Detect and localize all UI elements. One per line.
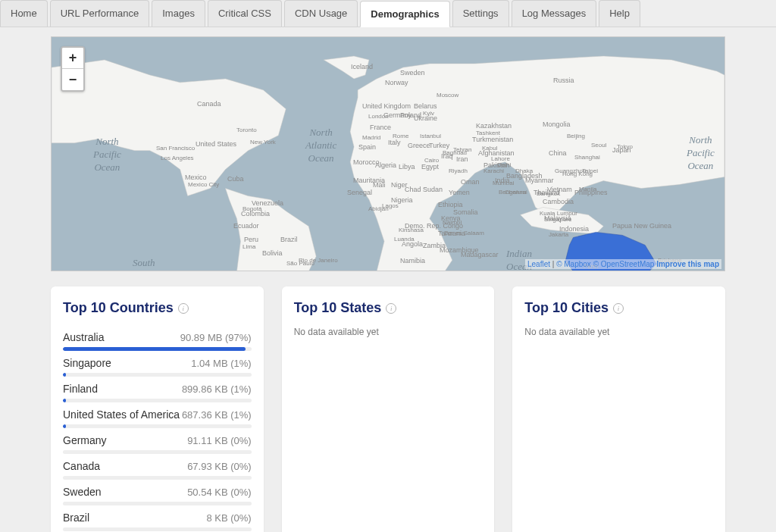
tab-cdn-usage[interactable]: CDN Usage <box>284 0 358 27</box>
country-row: Germany91.11 KB (0%) <box>63 430 252 455</box>
map-country-label: China <box>549 149 567 157</box>
progress-bar <box>63 450 252 454</box>
progress-bar <box>63 476 252 480</box>
map-country-label: Ethiopia <box>438 201 463 208</box>
map-city-label: London <box>368 113 389 120</box>
map-city-label: Moscow <box>436 92 458 99</box>
map-country-label: Mali <box>373 181 386 189</box>
map-city-label: Mumbai <box>493 180 514 186</box>
map-city-label: Abidjan <box>368 205 389 212</box>
tab-demographics[interactable]: Demographics <box>360 1 449 27</box>
mapbox-link[interactable]: © Mapbox <box>556 260 591 268</box>
map-country-label: Belarus <box>414 102 437 110</box>
zoom-in-button[interactable]: + <box>62 48 83 69</box>
map-country-label: United Kingdom <box>362 102 411 110</box>
progress-bar <box>63 347 252 351</box>
ocean-label: NorthPacificOcean <box>687 134 715 173</box>
tab-url-performance[interactable]: URL Performance <box>50 0 150 27</box>
map-country-label: Spain <box>358 143 376 151</box>
tab-log-messages[interactable]: Log Messages <box>512 0 597 27</box>
osm-link[interactable]: © OpenStreetMap <box>593 260 655 268</box>
progress-fill <box>63 347 246 351</box>
map-city-label: Dar es Salaam <box>444 230 484 236</box>
map-country-label: Egypt <box>421 163 439 171</box>
map-country-label: Oman <box>461 178 480 186</box>
country-row: United States of America687.36 KB (1%) <box>63 404 252 430</box>
map-country-label: Turkey <box>429 142 449 149</box>
zoom-out-button[interactable]: − <box>62 69 83 90</box>
progress-bar <box>63 424 252 428</box>
country-stat: 8 KB (0%) <box>206 512 251 524</box>
country-stat: 899.86 KB (1%) <box>182 383 252 395</box>
country-row: Brazil8 KB (0%) <box>63 507 252 532</box>
map-country-label: Iceland <box>351 63 373 70</box>
map-city-label: Baghdad <box>443 149 467 156</box>
map-city-label: New York <box>250 139 276 146</box>
card-title-states: Top 10 States i <box>294 300 483 316</box>
country-row: Sweden50.54 KB (0%) <box>63 481 252 507</box>
info-icon[interactable]: i <box>386 303 396 314</box>
map-city-label: Lima <box>242 243 255 250</box>
map-country-label: Yemen <box>449 189 470 196</box>
top-cities-card: Top 10 Cities i No data available yet <box>512 286 725 532</box>
info-icon[interactable]: i <box>613 303 624 314</box>
country-name: Canada <box>63 460 100 472</box>
map-city-label: Rio de Janeiro <box>299 257 338 264</box>
world-map[interactable]: + − NorthPacificOceanNorthAtlanticOceanN… <box>51 36 725 271</box>
map-country-label: Russia <box>553 77 574 84</box>
progress-fill <box>63 399 66 402</box>
map-country-label: Algeria <box>375 161 396 169</box>
improve-map-link[interactable]: Improve this map <box>656 260 719 268</box>
map-city-label: Mexico City <box>188 181 219 188</box>
progress-bar <box>63 373 252 377</box>
map-country-label: Greece <box>408 142 430 149</box>
country-row: Singapore1.04 MB (1%) <box>63 352 252 378</box>
map-city-label: Dhaka <box>515 167 533 174</box>
map-city-label: Los Angeles <box>161 155 194 161</box>
map-country-label: Cuba <box>227 175 244 183</box>
country-stat: 91.11 KB (0%) <box>187 435 252 446</box>
map-city-label: Madrid <box>362 134 380 141</box>
tab-settings[interactable]: Settings <box>452 0 509 27</box>
map-city-label: Kyiv <box>423 110 434 117</box>
country-name: Germany <box>63 434 107 446</box>
country-name: Brazil <box>63 512 89 524</box>
ocean-label: NorthPacificOcean <box>93 136 121 174</box>
map-city-label: Kabul <box>482 145 497 152</box>
map-city-label: Tokyo <box>617 143 633 150</box>
tab-critical-css[interactable]: Critical CSS <box>208 0 282 27</box>
country-stat: 687.36 KB (1%) <box>182 409 252 421</box>
country-stat: 67.93 KB (0%) <box>187 461 252 472</box>
country-stat: 50.54 KB (0%) <box>187 487 252 498</box>
country-row: Finland899.86 KB (1%) <box>63 378 252 404</box>
map-country-label: Papua New Guinea <box>612 222 671 230</box>
map-city-label: Guangzhou <box>555 167 586 174</box>
card-title-countries: Top 10 Countries i <box>63 300 252 316</box>
no-data-cities: No data available yet <box>524 327 713 337</box>
map-city-label: Nairobi <box>443 219 462 226</box>
map-city-label: Kinshasa <box>399 227 424 233</box>
progress-bar <box>63 399 252 402</box>
map-country-label: Chad <box>405 186 421 193</box>
progress-bar <box>63 502 252 505</box>
tab-home[interactable]: Home <box>0 0 48 27</box>
info-icon[interactable]: i <box>178 303 189 314</box>
map-country-label: Libya <box>399 163 415 171</box>
content: + − NorthPacificOceanNorthAtlanticOceanN… <box>0 27 776 532</box>
map-city-label: Bogotá <box>242 205 261 212</box>
leaflet-link[interactable]: Leaflet <box>527 260 550 268</box>
map-country-label: Cambodia <box>543 198 574 205</box>
map-city-label: Jakarta <box>549 231 568 238</box>
map-country-label: Mongolia <box>543 120 571 128</box>
tab-help[interactable]: Help <box>599 0 640 27</box>
progress-fill <box>63 424 66 428</box>
map-country-label: Norway <box>385 79 408 86</box>
map-country-label: Kazakhstan <box>476 122 512 130</box>
map-city-label: Beijing <box>567 133 585 139</box>
map-country-label: Somalia <box>453 208 478 216</box>
country-list: Australia90.89 MB (97%)Singapore1.04 MB … <box>63 327 252 532</box>
country-name: United States of America <box>63 408 180 421</box>
map-city-label: Riyadh <box>449 167 468 174</box>
top-states-card: Top 10 States i No data available yet <box>282 286 495 532</box>
tab-images[interactable]: Images <box>152 0 205 27</box>
